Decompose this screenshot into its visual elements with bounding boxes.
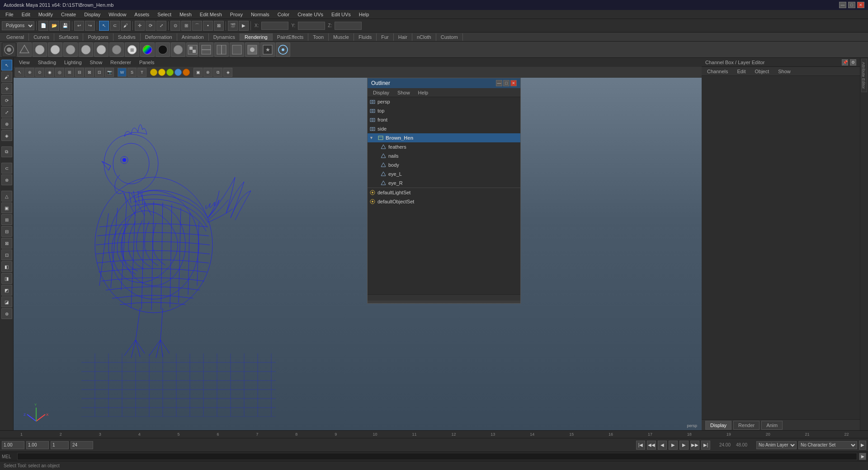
shelf-tab-fluids[interactable]: Fluids [354, 33, 377, 41]
outliner-maximize[interactable]: □ [503, 80, 509, 86]
vp-tool-3[interactable]: ⊙ [35, 68, 44, 77]
menu-help[interactable]: Help [355, 11, 373, 18]
vp-tool-8[interactable]: ⊠ [85, 68, 94, 77]
outliner-minimize[interactable]: — [496, 80, 502, 86]
shelf-tab-painteffects[interactable]: PaintEffects [273, 33, 309, 41]
shelf-tab-deformation[interactable]: Deformation [141, 33, 177, 41]
playback-speed-input[interactable] [26, 441, 49, 449]
outliner-menu-show[interactable]: Show [394, 89, 414, 96]
shelf-tab-surfaces[interactable]: Surfaces [54, 33, 83, 41]
current-frame-input[interactable] [51, 441, 69, 449]
maximize-button[interactable]: □ [848, 2, 855, 8]
vp-tool-4[interactable]: ◉ [45, 68, 54, 77]
shelf-icon-14[interactable] [199, 42, 213, 57]
vp-tool-9[interactable]: ⊡ [95, 68, 104, 77]
play-btn[interactable]: ▶ [669, 441, 678, 450]
vp-menu-renderer[interactable]: Renderer [107, 59, 135, 66]
outliner-hscrollbar[interactable] [368, 294, 520, 301]
menu-file[interactable]: File [2, 11, 17, 18]
rotate-tool[interactable]: ⟳ [1, 95, 12, 106]
vp-light-orange[interactable] [183, 69, 190, 76]
vp-tool-last3[interactable]: ⧉ [213, 68, 222, 77]
shelf-icon-sphere-1[interactable] [33, 42, 47, 57]
snap-point-btn[interactable]: • [203, 21, 213, 31]
shelf-tab-hair[interactable]: Hair [394, 33, 412, 41]
vp-menu-shading[interactable]: Shading [34, 59, 60, 66]
scale-tool-btn[interactable]: ⤢ [156, 21, 166, 31]
vp-light-blue[interactable] [175, 69, 182, 76]
shelf-tab-subdivs[interactable]: Subdivs [113, 33, 141, 41]
minimize-button[interactable]: — [839, 2, 846, 8]
lasso-tool-btn[interactable]: ⊂ [110, 21, 120, 31]
cut-faces-btn[interactable]: ⊟ [1, 226, 12, 237]
move-tool[interactable]: ✛ [1, 83, 12, 94]
cb-tab-render[interactable]: Render [733, 421, 760, 430]
vp-light-green[interactable] [166, 69, 174, 76]
slide-edge-btn[interactable]: ◩ [1, 285, 12, 296]
shelf-icon-15[interactable] [214, 42, 229, 57]
outliner-item-side[interactable]: side [368, 124, 520, 133]
prev-frame-btn[interactable]: ◀ [658, 441, 667, 450]
outliner-item-nails[interactable]: nails [368, 151, 520, 160]
select-tool[interactable]: ↖ [1, 60, 12, 70]
outliner-item-persp[interactable]: persp [368, 97, 520, 106]
select-tool-btn[interactable]: ↖ [99, 21, 109, 31]
vp-smooth-btn[interactable]: T [137, 68, 146, 77]
vp-tool-2[interactable]: ⊕ [25, 68, 34, 77]
shelf-icon-16[interactable] [230, 42, 244, 57]
shelf-tab-fur[interactable]: Fur [377, 33, 394, 41]
shelf-tab-rendering[interactable]: Rendering [240, 33, 273, 41]
anim-layer-select[interactable]: No Anim Layer [756, 441, 797, 449]
shelf-tab-custom[interactable]: Custom [436, 33, 463, 41]
go-end-btn[interactable]: ▶| [701, 441, 710, 450]
viewport-canvas[interactable]: X Z Y persp [14, 78, 702, 430]
append-poly-btn[interactable]: ▣ [1, 202, 12, 213]
outliner-close[interactable]: ✕ [510, 80, 517, 86]
shelf-icon-sphere-3[interactable] [63, 42, 78, 57]
vp-menu-lighting[interactable]: Lighting [61, 59, 85, 66]
frame-end-input[interactable] [71, 441, 93, 449]
shelf-icon-19[interactable] [276, 42, 290, 57]
go-start-btn[interactable]: |◀ [636, 441, 645, 450]
menu-proxy[interactable]: Proxy [226, 11, 246, 18]
vp-light-yellow[interactable] [150, 69, 157, 76]
menu-display[interactable]: Display [80, 11, 104, 18]
menu-modify[interactable]: Modify [35, 11, 57, 18]
show-manipulator-btn[interactable]: ⧉ [1, 146, 12, 157]
outliner-menu-display[interactable]: Display [369, 89, 393, 96]
attr-editor-tab[interactable]: Attribute Editor [861, 59, 867, 92]
offset-edge-btn[interactable]: ◪ [1, 296, 12, 307]
split-poly-btn[interactable]: ⊞ [1, 214, 12, 225]
shelf-icon-color[interactable] [140, 42, 155, 57]
outliner-item-front[interactable]: front [368, 115, 520, 124]
shelf-tab-muscle[interactable]: Muscle [329, 33, 354, 41]
cb-menu-object[interactable]: Object [751, 68, 773, 75]
save-btn[interactable]: 💾 [60, 21, 70, 31]
outliner-item-feathers[interactable]: feathers [368, 142, 520, 151]
sculpt-tool[interactable]: ⊗ [1, 174, 12, 185]
shelf-tab-toon[interactable]: Toon [308, 33, 329, 41]
cb-pin-btn[interactable]: 📌 [842, 59, 848, 66]
menu-create-uvs[interactable]: Create UVs [294, 11, 327, 18]
mel-input[interactable] [17, 453, 857, 460]
move-tool-btn[interactable]: ✛ [135, 21, 145, 31]
outliner-item-top[interactable]: top [368, 106, 520, 115]
vp-light-yellow2[interactable] [158, 69, 165, 76]
vp-solid-btn[interactable]: S [127, 68, 137, 77]
vp-tool-last2[interactable]: ⊗ [203, 68, 212, 77]
vp-grid-btn[interactable]: ⊞ [65, 68, 74, 77]
shelf-icon-1[interactable] [2, 42, 16, 57]
shelf-icon-sphere-2[interactable] [48, 42, 62, 57]
prev-key-btn[interactable]: ◀◀ [647, 441, 656, 450]
deform-btn[interactable]: ⊛ [1, 308, 12, 319]
shelf-tab-ncloth[interactable]: nCloth [412, 33, 436, 41]
cb-tab-anim[interactable]: Anim [761, 421, 783, 430]
frame-start-input[interactable] [2, 441, 24, 449]
mel-execute-btn[interactable]: ▶ [859, 453, 866, 460]
menu-edit-mesh[interactable]: Edit Mesh [196, 11, 226, 18]
shelf-icon-18[interactable]: ★ [260, 42, 275, 57]
shelf-icon-sphere-5[interactable] [94, 42, 108, 57]
new-scene-btn[interactable]: 📄 [38, 21, 48, 31]
shelf-tab-curves[interactable]: Curves [29, 33, 54, 41]
undo-btn[interactable]: ↩ [74, 21, 84, 31]
